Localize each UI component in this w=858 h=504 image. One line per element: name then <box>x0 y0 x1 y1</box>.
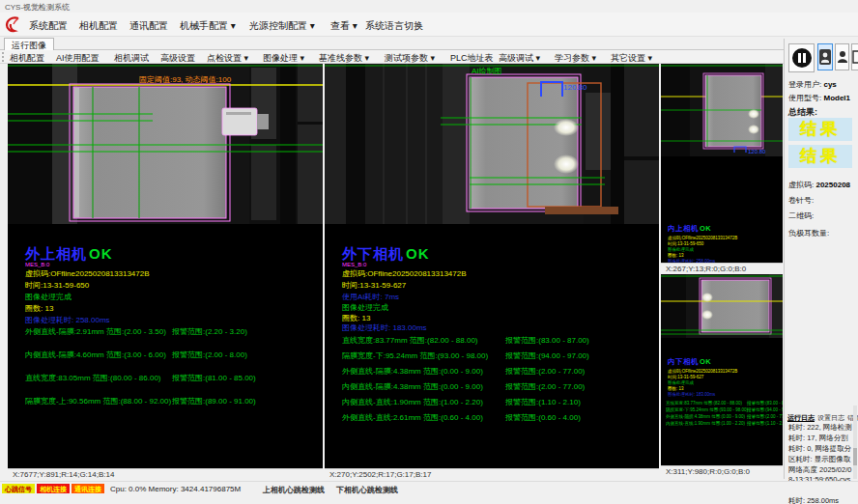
tab-run-image[interactable]: 运行图像 <box>4 38 54 50</box>
log-scrollbar-thumb[interactable] <box>853 448 857 465</box>
part-edge-highlight <box>74 88 79 217</box>
camera-title: 内下相机OK <box>668 357 711 367</box>
menu-item-system-config[interactable]: 系统配置 <box>29 19 68 33</box>
tab-strip: 运行图像 <box>0 37 858 50</box>
measurement-row: 外侧直线-隔膜:4.38mm 范围:(0.00 - 9.00)报警范围:(2.0… <box>666 413 783 420</box>
menu-item-light-config[interactable]: 光源控制配置 ▾ <box>249 19 315 33</box>
menu-item-robot-config[interactable]: 机械手配置 ▾ <box>180 19 236 33</box>
login-user-row: 登录用户: cys <box>788 79 837 90</box>
alarm-range-text: 报警范围:(1.10 - 2.10) <box>747 420 783 427</box>
lower-camera-heartbeat-link[interactable]: 下相机心跳检测线 <box>336 485 398 495</box>
upper-camera-heartbeat-link[interactable]: 上相机心跳检测线 <box>263 485 325 495</box>
measurement-row: 外侧直线-隔膜:4.38mm 范围:(0.00 - 9.00)报警范围:(2.0… <box>342 366 632 377</box>
cursor-status-left: X:7677;Y:891;R:14;G:14;B:14 <box>8 468 323 479</box>
measurement-row: 内侧直线-直线:1.90mm 范围:(1.00 - 2.20)报警范围:(1.1… <box>342 397 632 407</box>
login-user-label: 登录用户: <box>788 80 821 89</box>
alarm-range-text: 报警范围:(0.60 - 4.00) <box>505 412 581 423</box>
mes-line: MES_B:0 <box>25 262 49 267</box>
inspected-part <box>470 77 578 209</box>
pause-button[interactable] <box>788 43 815 72</box>
time-line: 时间:13-31-59-627 <box>342 280 406 291</box>
window-title: CYS-视觉检测系统 <box>5 3 70 12</box>
log-tab-setting[interactable]: 设置日志 <box>817 414 844 421</box>
model-row: 使用型号: Model1 <box>788 93 850 103</box>
measurement-text: 直线宽度:83.77mm 范围:(82.00 - 88.00) <box>342 336 478 345</box>
camera-panel-outer-lower: 120.80 AI绘制图 外下相机OK MES_B:0 虚拟码:OFfline2… <box>325 64 659 468</box>
alarm-range-text: 报警范围:(89.00 - 91.00) <box>172 396 256 406</box>
connector-tail <box>257 114 269 129</box>
result-block-1: 结果 <box>788 118 852 141</box>
camera-name: 外下相机 <box>342 245 404 262</box>
virtual-code-label: 虚拟码: <box>788 181 814 189</box>
camera-image-outer-upper[interactable]: 固定阈值:93, 动态阈值:100 <box>8 64 323 224</box>
measurement-row: 隔膜宽度-下:95.24mm 范围:(93.00 - 98.00)报警范围:(9… <box>342 350 632 361</box>
toolbar-grip[interactable] <box>2 52 5 62</box>
result-ok-text: OK <box>89 245 113 262</box>
camera-panel-inner-upper: 120.80 内上相机OK 虚拟码:OFfline202502081331347… <box>661 64 783 263</box>
alarm-range-text: 报警范围:(2.00 - 77.00) <box>505 366 585 377</box>
virtual-code-row: 虚拟码: 20250208 <box>788 180 850 190</box>
comm-connect-badge: 通讯连接 <box>72 484 104 493</box>
menu-item-comm-config[interactable]: 通讯配置 <box>129 19 168 33</box>
thumb-text-block: 内上相机OK 虚拟码:OFfline2025020813313472B 时间:1… <box>661 156 783 263</box>
menu-item-view[interactable]: 查看 ▾ <box>330 19 358 33</box>
led-glint-2 <box>701 310 713 320</box>
barcode-line: 虚拟码:OFfline2025020813313472B <box>342 268 467 279</box>
exit-door-icon <box>852 50 858 64</box>
measurement-row: 内侧直线-直线:1.90mm 范围:(1.00 - 2.20)报警范围:(1.1… <box>666 420 783 427</box>
elapsed-line: 图像处理耗时: 258.00ms <box>25 315 110 325</box>
alarm-range-text: 报警范围:(2.00 - 77.00) <box>505 381 585 392</box>
menu-item-camera-config[interactable]: 相机配置 <box>79 19 118 33</box>
needle-label: 卷针号: <box>788 195 814 206</box>
pause-icon <box>791 47 813 69</box>
camera-title: 内上相机OK <box>668 224 711 234</box>
led-glint-1 <box>554 119 579 136</box>
model-value[interactable]: Model1 <box>823 94 850 102</box>
operator-button[interactable] <box>835 43 849 70</box>
measurement-row: 内侧直线-隔膜:4.60mm 范围:(3.00 - 6.00)报警范围:(2.0… <box>25 350 315 360</box>
cursor-status-thumb-top: X:267;Y:13;R:0;G:0;B:0 <box>661 263 783 272</box>
camera-image-inner-lower[interactable] <box>661 274 783 338</box>
log-tabs: 运行日志设置日志错误日志 <box>787 413 855 423</box>
result-ok-text: OK <box>700 357 711 366</box>
camera-image-inner-upper[interactable]: 120.80 <box>661 64 783 156</box>
alarm-range-text: 报警范围:(94.00 - 97.00) <box>747 406 783 413</box>
measurement-text: 直线宽度:83.77mm 范围:(82.00 - 88.00) <box>666 401 742 406</box>
measure-value-label: 120.80 <box>748 149 766 154</box>
measurement-text: 内侧直线-隔膜:4.38mm 范围:(0.00 - 9.00) <box>342 382 483 391</box>
process-done-line: 图像处理完成 <box>342 302 388 313</box>
menu-item-language-switch[interactable]: 系统语言切换 <box>365 19 423 33</box>
app-logo-icon <box>5 15 22 33</box>
measurement-row: 直线宽度:83.05mm 范围:(80.00 - 86.00)报警范围:(81.… <box>25 373 315 383</box>
measurement-text: 隔膜宽度-下:95.24mm 范围:(93.00 - 98.00) <box>666 407 748 412</box>
exit-button[interactable] <box>851 43 858 70</box>
result-ok-text: OK <box>406 245 430 262</box>
mes-line: MES_B:0 <box>342 262 366 267</box>
elapsed-line: 图像处理耗时: 183.00ms <box>342 322 427 333</box>
measurement-text: 隔膜宽度-下:95.24mm 范围:(93.00 - 98.00) <box>342 351 488 360</box>
model-label: 使用型号: <box>788 94 821 102</box>
log-scrollbar[interactable] <box>853 406 857 479</box>
threshold-overlay-label: 固定阈值:93, 动态阈值:100 <box>139 75 232 84</box>
log-tab-run[interactable]: 运行日志 <box>787 414 815 421</box>
fixture-shelf <box>545 207 618 214</box>
measurement-text: 内侧直线-隔膜:4.60mm 范围:(3.00 - 6.00) <box>25 350 166 359</box>
elapsed-line: 图像处理耗时: 183.00ms <box>668 391 715 398</box>
cursor-status-middle: X:270;Y:2502;R:17;G:17;B:17 <box>325 468 659 479</box>
heartbeat-badge: 心跳信号 <box>2 484 35 493</box>
user-login-button[interactable] <box>817 43 833 70</box>
measurement-text: 隔膜宽度-上:90.56mm 范围:(88.00 - 92.00) <box>25 397 171 406</box>
camera-image-outer-lower[interactable]: 120.80 AI绘制图 <box>325 64 659 224</box>
virtual-code-value: 20250208 <box>815 181 850 189</box>
result-ok-text: OK <box>700 224 711 233</box>
alarm-range-text: 报警范围:(81.00 - 85.00) <box>172 373 256 383</box>
time-line: 时间:13-31-59-650 <box>25 280 89 291</box>
measurement-row: 外侧直线-直线:2.61mm 范围:(0.60 - 4.00)报警范围:(0.6… <box>342 412 632 423</box>
measurement-text: 内侧直线-直线:1.90mm 范围:(1.00 - 2.20) <box>666 421 745 426</box>
turns-line: 圈数: 13 <box>25 303 53 314</box>
camera-name: 内下相机 <box>668 357 699 366</box>
measurement-row: 直线宽度:83.77mm 范围:(82.00 - 88.00)报警范围:(83.… <box>342 335 632 346</box>
window-titlebar: CYS-视觉检测系统 <box>0 0 858 13</box>
measurement-row: 直线宽度:83.77mm 范围:(82.00 - 88.00)报警范围:(83.… <box>666 400 783 406</box>
led-glint-1 <box>748 109 759 119</box>
